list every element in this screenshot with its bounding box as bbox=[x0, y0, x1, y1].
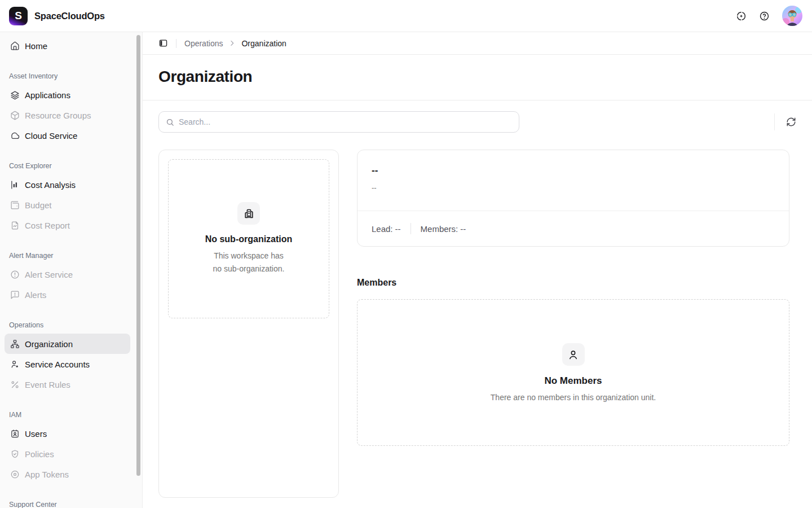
sidebar-item-label: Applications bbox=[25, 90, 70, 100]
org-detail-column: -- -- Lead:-- Members:-- Members No Memb… bbox=[357, 150, 789, 498]
sidebar-section-asset-inventory: Asset Inventory Applications Resource Gr… bbox=[5, 72, 130, 146]
sub-org-empty-title: No sub-organization bbox=[205, 234, 293, 244]
building-icon bbox=[237, 202, 260, 225]
token-icon bbox=[10, 470, 20, 479]
breadcrumb-divider bbox=[176, 39, 176, 48]
breadcrumb-current: Organization bbox=[241, 39, 286, 48]
box-icon bbox=[10, 111, 20, 120]
bar-chart-icon bbox=[10, 180, 20, 190]
sidebar-item-alerts[interactable]: Alerts bbox=[5, 284, 130, 305]
sidebar-item-cost-analysis[interactable]: Cost Analysis bbox=[5, 174, 130, 195]
search-icon bbox=[166, 118, 174, 126]
sidebar-item-event-rules[interactable]: Event Rules bbox=[5, 374, 130, 395]
org-name: -- bbox=[372, 165, 775, 176]
sidebar-item-service-accounts[interactable]: Service Accounts bbox=[5, 354, 130, 374]
org-detail-card: -- -- Lead:-- Members:-- bbox=[357, 150, 789, 247]
sidebar-toggle-button[interactable] bbox=[158, 38, 168, 48]
sub-org-empty-state: No sub-organization This workspace has n… bbox=[168, 159, 329, 318]
app-title: SpaceCloudOps bbox=[34, 11, 105, 21]
sidebar-item-label: Budget bbox=[25, 200, 52, 210]
org-detail-main: -- -- bbox=[358, 150, 789, 211]
org-detail-footer: Lead:-- Members:-- bbox=[358, 211, 789, 246]
help-button[interactable] bbox=[759, 11, 770, 21]
panel-left-icon bbox=[158, 38, 168, 48]
sidebar-item-label: Alerts bbox=[25, 290, 46, 300]
meta-divider bbox=[411, 223, 411, 234]
sidebar-item-alert-service[interactable]: Alert Service bbox=[5, 264, 130, 284]
sidebar-item-label: Policies bbox=[25, 449, 54, 459]
shield-check-icon bbox=[10, 449, 20, 459]
logo-letter: S bbox=[15, 10, 22, 22]
file-chart-icon bbox=[10, 221, 20, 230]
sidebar: Home Asset Inventory Applications Resour… bbox=[0, 32, 143, 508]
header-actions bbox=[736, 6, 802, 26]
id-card-icon bbox=[10, 429, 20, 439]
sidebar-section-alert-manager: Alert Manager Alert Service Alerts bbox=[5, 251, 130, 305]
cloud-icon bbox=[10, 131, 20, 141]
layers-icon bbox=[10, 90, 20, 100]
sidebar-item-label: Home bbox=[25, 41, 47, 51]
sidebar-item-policies[interactable]: Policies bbox=[5, 444, 130, 464]
sidebar-item-organization[interactable]: Organization bbox=[5, 334, 130, 354]
avatar-illustration bbox=[782, 6, 802, 26]
members-empty-title: No Members bbox=[544, 375, 602, 387]
sidebar-item-label: Resource Groups bbox=[25, 111, 91, 120]
sidebar-item-label: Cost Report bbox=[25, 221, 70, 230]
sidebar-item-users[interactable]: Users bbox=[5, 423, 130, 444]
sidebar-item-label: Cost Analysis bbox=[25, 180, 76, 190]
sidebar-section-cost-explorer: Cost Explorer Cost Analysis Budget Cost … bbox=[5, 161, 130, 235]
org-members-meta: Members:-- bbox=[421, 224, 466, 234]
refresh-button[interactable] bbox=[786, 117, 796, 127]
ai-assist-button[interactable] bbox=[736, 11, 747, 21]
search-box bbox=[158, 111, 519, 133]
brand: S SpaceCloudOps bbox=[9, 7, 105, 25]
search-input[interactable] bbox=[179, 117, 512, 126]
top-header: S SpaceCloudOps bbox=[0, 0, 812, 32]
section-label: Asset Inventory bbox=[9, 72, 130, 81]
user-dot-icon bbox=[10, 360, 20, 369]
refresh-icon bbox=[786, 117, 796, 127]
user-avatar[interactable] bbox=[782, 6, 802, 26]
section-label: IAM bbox=[9, 410, 130, 419]
members-empty-state: No Members There are no members in this … bbox=[357, 299, 789, 446]
percent-icon bbox=[10, 380, 20, 389]
sidebar-item-label: Alert Service bbox=[25, 270, 73, 279]
sidebar-item-home[interactable]: Home bbox=[5, 36, 130, 56]
section-label: Cost Explorer bbox=[9, 161, 130, 170]
sidebar-section-support-center: Support Center bbox=[5, 500, 130, 508]
sidebar-item-label: Service Accounts bbox=[25, 360, 90, 369]
sidebar-section-operations: Operations Organization Service Accounts… bbox=[5, 321, 130, 395]
sidebar-item-label: Users bbox=[25, 429, 47, 439]
org-description: -- bbox=[372, 183, 775, 192]
home-icon bbox=[10, 41, 20, 51]
org-lead-meta: Lead:-- bbox=[372, 224, 401, 234]
sidebar-scrollbar[interactable] bbox=[136, 35, 140, 476]
user-icon bbox=[562, 343, 585, 366]
sidebar-item-applications[interactable]: Applications bbox=[5, 85, 130, 105]
members-empty-description: There are no members in this organizatio… bbox=[491, 393, 656, 402]
sidebar-item-cloud-service[interactable]: Cloud Service bbox=[5, 125, 130, 146]
app-logo[interactable]: S bbox=[9, 7, 28, 25]
breadcrumb-parent[interactable]: Operations bbox=[184, 39, 223, 48]
sidebar-section-iam: IAM Users Policies App Tokens bbox=[5, 410, 130, 484]
page-title: Organization bbox=[158, 68, 796, 86]
sidebar-item-label: Cloud Service bbox=[25, 131, 77, 141]
section-label: Support Center bbox=[9, 500, 130, 508]
sidebar-item-resource-groups[interactable]: Resource Groups bbox=[5, 105, 130, 125]
wallet-icon bbox=[10, 200, 20, 210]
message-alert-icon bbox=[10, 290, 20, 300]
sparkle-circle-icon bbox=[736, 11, 747, 21]
section-label: Operations bbox=[9, 321, 130, 330]
sidebar-item-budget[interactable]: Budget bbox=[5, 195, 130, 215]
chevron-right-icon bbox=[228, 40, 236, 47]
sub-org-empty-description: This workspace has no sub-organization. bbox=[213, 249, 285, 275]
main-content: Operations Organization Organization bbox=[143, 32, 812, 508]
sidebar-item-label: Organization bbox=[25, 339, 73, 349]
sidebar-item-app-tokens[interactable]: App Tokens bbox=[5, 464, 130, 484]
toolbar bbox=[158, 111, 796, 133]
members-heading: Members bbox=[357, 278, 789, 288]
alert-circle-icon bbox=[10, 270, 20, 279]
page-header: Organization bbox=[143, 55, 812, 100]
org-tree-card: No sub-organization This workspace has n… bbox=[158, 150, 339, 498]
sidebar-item-cost-report[interactable]: Cost Report bbox=[5, 215, 130, 235]
